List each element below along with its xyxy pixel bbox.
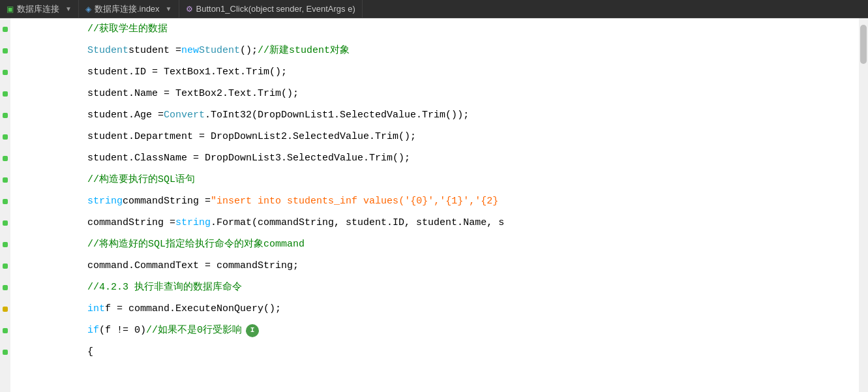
- sidebar-row-10: [0, 212, 10, 234]
- sidebar-indicator-6: [3, 134, 8, 140]
- code-token: [17, 320, 87, 341]
- code-token: .ToInt32(DropDownList1.SelectedValue.Tri…: [205, 104, 469, 126]
- sidebar-indicator-7: [3, 156, 8, 161]
- code-line-2: Student student = new Student();//新建stud…: [17, 40, 859, 61]
- sidebar-row-14: [0, 298, 10, 320]
- code-token: command.CommandText = commandString;: [17, 255, 299, 277]
- code-area[interactable]: //获取学生的数据 Student student = new Student(…: [10, 18, 859, 392]
- sidebar-indicator-14: [3, 307, 8, 312]
- code-line-9: string commandString = "insert into stud…: [17, 190, 859, 212]
- sidebar-row-5: [0, 104, 10, 126]
- code-token: //新建student对象: [258, 40, 350, 61]
- tab-bar: ▣ 数据库连接 ▼ ◈ 数据库连接.index ▼ ⚙ Button1_Clic…: [0, 0, 868, 18]
- sidebar-indicator-1: [3, 27, 8, 32]
- sidebar-indicator-11: [3, 242, 8, 247]
- sidebar-row-12: [0, 255, 10, 277]
- sidebar-indicator-5: [3, 113, 8, 118]
- code-token: Student: [87, 40, 128, 61]
- code-line-12: command.CommandText = commandString;: [17, 255, 859, 277]
- code-token: [17, 190, 87, 212]
- db-icon: ▣: [7, 5, 14, 14]
- code-token: student.ClassName = DropDownList3.Select…: [17, 147, 410, 169]
- tab-database-index-label: 数据库连接.index: [95, 3, 160, 15]
- code-token: new: [181, 40, 199, 61]
- code-line-7: student.ClassName = DropDownList3.Select…: [17, 147, 859, 169]
- code-line-11: //将构造好的SQL指定给执行命令的对象command: [17, 234, 859, 255]
- sidebar-indicator-3: [3, 70, 8, 75]
- code-token: if: [87, 320, 99, 341]
- code-token: //构造要执行的SQL语句: [17, 169, 195, 190]
- code-token: string: [87, 190, 123, 212]
- code-line-14: int f = command.ExecuteNonQuery();: [17, 298, 859, 320]
- code-line-10: commandString = string.Format(commandStr…: [17, 212, 859, 234]
- code-token: commandString =: [17, 212, 175, 234]
- cursor-indicator: I: [246, 324, 259, 337]
- code-line-8: //构造要执行的SQL语句: [17, 169, 859, 190]
- code-token: commandString =: [123, 190, 211, 212]
- code-icon: ⚙: [186, 5, 193, 14]
- sidebar-indicator-13: [3, 285, 8, 290]
- tab-button-click[interactable]: ⚙ Button1_Click(object sender, EventArgs…: [179, 0, 363, 18]
- code-token: string: [175, 212, 211, 234]
- code-token: .Format(commandString, student.ID, stude…: [211, 212, 504, 234]
- sidebar-row-13: [0, 277, 10, 298]
- code-line-6: student.Department = DropDownList2.Selec…: [17, 126, 859, 147]
- tab-database-label: 数据库连接: [17, 3, 59, 15]
- editor-container: //获取学生的数据 Student student = new Student(…: [0, 18, 868, 392]
- code-line-5: student.Age = Convert.ToInt32(DropDownLi…: [17, 104, 859, 126]
- code-token: student.Department = DropDownList2.Selec…: [17, 126, 416, 147]
- code-token: (f != 0): [99, 320, 146, 341]
- code-line-16: {: [17, 341, 859, 363]
- sidebar-indicator-2: [3, 48, 8, 53]
- tab-button-click-label: Button1_Click(object sender, EventArgs e…: [196, 4, 355, 14]
- code-line-13: //4.2.3 执行非查询的数据库命令: [17, 277, 859, 298]
- sidebar-row-8: [0, 169, 10, 190]
- scrollbar-right[interactable]: [859, 18, 868, 392]
- code-token: student.Age =: [17, 104, 164, 126]
- code-token: student.Name = TextBox2.Text.Trim();: [17, 83, 299, 104]
- code-token: "insert into students_inf values('{0}','…: [211, 190, 498, 212]
- code-line-3: student.ID = TextBox1.Text.Trim();: [17, 61, 859, 83]
- sidebar-indicator-16: [3, 350, 8, 355]
- code-token: {: [17, 341, 93, 363]
- code-token: //获取学生的数据: [17, 18, 168, 40]
- code-token: [17, 40, 87, 61]
- sidebar-indicator-12: [3, 264, 8, 269]
- code-token: ();: [240, 40, 258, 61]
- code-token: //4.2.3 执行非查询的数据库命令: [17, 277, 242, 298]
- code-token: student.ID = TextBox1.Text.Trim();: [17, 61, 287, 83]
- sidebar-row-11: [0, 234, 10, 255]
- sidebar-row-1: [0, 18, 10, 40]
- sidebar-row-2: [0, 40, 10, 61]
- int-keyword: int: [87, 298, 105, 320]
- sidebar-indicator-10: [3, 220, 8, 226]
- code-line-15: if (f != 0)//如果不是0行受影响I: [17, 320, 859, 341]
- code-token: //将构造好的SQL指定给执行命令的对象command: [17, 234, 305, 255]
- tab-database-index-dropdown[interactable]: ▼: [166, 5, 172, 12]
- tab-database-index[interactable]: ◈ 数据库连接.index ▼: [79, 0, 179, 18]
- db-icon-2: ◈: [85, 5, 91, 14]
- sidebar-indicator-8: [3, 177, 8, 183]
- code-token: [17, 298, 87, 320]
- code-line-1: //获取学生的数据: [17, 18, 859, 40]
- sidebar-row-3: [0, 61, 10, 83]
- sidebar-row-16: [0, 341, 10, 363]
- code-line-4: student.Name = TextBox2.Text.Trim();: [17, 83, 859, 104]
- sidebar-indicator-4: [3, 91, 8, 97]
- tab-database-dropdown[interactable]: ▼: [65, 5, 72, 12]
- scrollbar-thumb[interactable]: [860, 25, 867, 64]
- code-token: Student: [199, 40, 240, 61]
- sidebar-row-6: [0, 126, 10, 147]
- code-token: f = command.ExecuteNonQuery();: [105, 298, 281, 320]
- sidebar-row-15: [0, 320, 10, 341]
- sidebar-indicator-15: [3, 328, 8, 333]
- left-sidebar: [0, 18, 10, 392]
- code-token: Convert: [164, 104, 205, 126]
- sidebar-row-9: [0, 190, 10, 212]
- code-token: student =: [128, 40, 181, 61]
- sidebar-indicator-9: [3, 199, 8, 204]
- sidebar-row-7: [0, 147, 10, 169]
- code-token: //如果不是0行受影响: [146, 320, 242, 341]
- tab-database[interactable]: ▣ 数据库连接 ▼: [0, 0, 79, 18]
- sidebar-row-4: [0, 83, 10, 104]
